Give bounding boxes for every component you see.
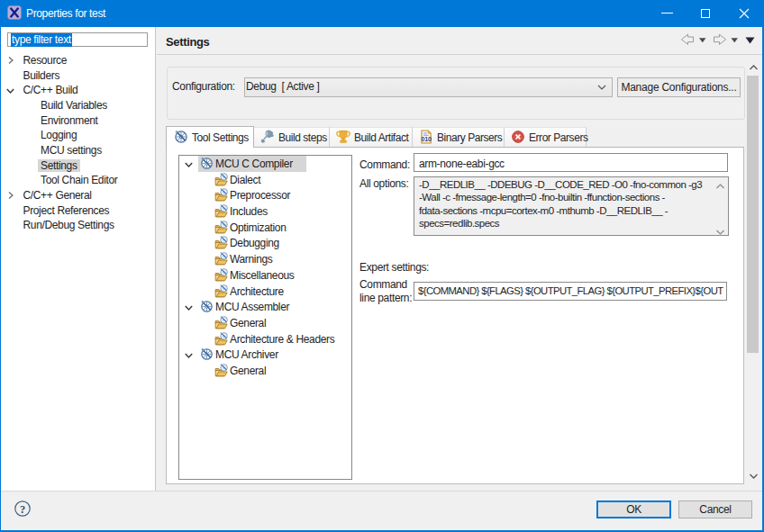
svg-text:010: 010 [422,135,432,143]
svg-text:?: ? [20,503,25,516]
